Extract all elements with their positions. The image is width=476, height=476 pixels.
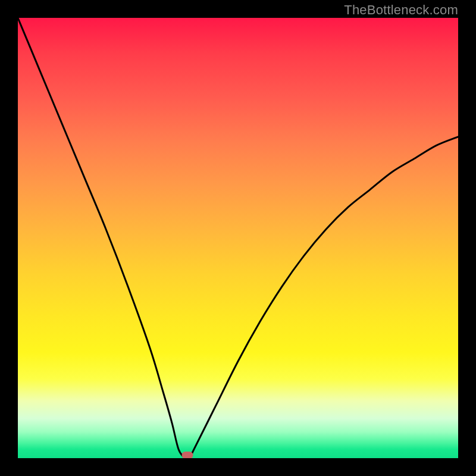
plot-area: [18, 18, 458, 458]
chart-frame: TheBottleneck.com: [0, 0, 476, 476]
watermark-text: TheBottleneck.com: [344, 2, 458, 18]
curve-svg: [18, 18, 458, 458]
optimum-marker: [181, 452, 193, 458]
bottleneck-curve-path: [18, 18, 458, 458]
